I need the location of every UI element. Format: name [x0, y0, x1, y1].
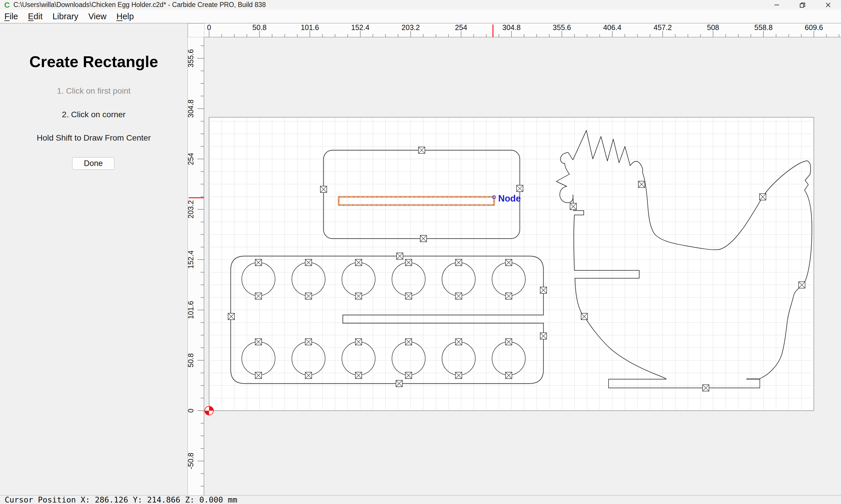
carbide-create-window: { "window": { "title": "C:\\Users\\willa…	[0, 0, 841, 504]
design-canvas[interactable]: Node	[204, 37, 841, 495]
node-marker	[355, 259, 362, 266]
node-marker	[355, 293, 362, 299]
node-marker	[420, 235, 427, 242]
menu-file[interactable]: File	[0, 12, 23, 21]
node-marker	[505, 339, 512, 345]
minimize-button[interactable]	[764, 0, 790, 10]
node-marker	[396, 380, 402, 387]
minimize-icon	[774, 2, 780, 8]
node-marker	[703, 385, 709, 391]
h-ruler-label: 101.6	[301, 23, 319, 32]
v-ruler-label: 203.2	[188, 200, 195, 218]
node-marker	[305, 372, 312, 379]
v-ruler-label: 304.8	[188, 100, 195, 118]
create-rectangle-panel: Create Rectangle 1. Click on first point…	[0, 23, 188, 495]
node-marker	[517, 185, 523, 192]
vertical-ruler: 355.6304.8254203.2152.4101.650.80-50.8	[188, 37, 204, 495]
node-marker	[456, 339, 462, 345]
v-ruler-label: 50.8	[188, 353, 195, 367]
menu-help[interactable]: Help	[111, 12, 139, 21]
close-icon	[825, 2, 831, 8]
node-marker	[397, 253, 403, 259]
h-ruler-label: 406.4	[603, 23, 621, 32]
node-marker	[405, 372, 412, 379]
h-ruler-label: 304.8	[502, 23, 521, 32]
panel-title: Create Rectangle	[0, 53, 187, 71]
node-marker	[305, 259, 312, 266]
status-bar: Cursor Position X: 286.126 Y: 214.866 Z:…	[0, 495, 841, 504]
horizontal-ruler: 050.8101.6152.4203.2254304.8355.6406.445…	[204, 23, 841, 37]
restore-icon	[799, 2, 806, 8]
node-marker	[540, 287, 547, 293]
v-ruler-label: 101.6	[188, 301, 195, 319]
node-marker	[320, 186, 327, 193]
node-marker	[540, 333, 547, 339]
h-ruler-label: 254	[455, 23, 467, 32]
h-ruler-label: 203.2	[401, 23, 420, 32]
v-ruler-label: -50.8	[188, 453, 195, 469]
node-marker	[570, 203, 577, 210]
node-marker	[456, 259, 462, 266]
node-marker	[505, 259, 512, 266]
v-ruler-label: 355.6	[188, 49, 195, 68]
node-marker	[799, 282, 805, 288]
node-marker	[405, 259, 412, 266]
node-marker	[405, 339, 412, 345]
h-ruler-label: 457.2	[654, 23, 672, 32]
node-marker	[305, 293, 312, 299]
h-ruler-label: 508	[707, 23, 719, 32]
node-tooltip: Node	[498, 193, 521, 203]
h-ruler-label: 355.6	[553, 23, 571, 32]
h-ruler-label: 50.8	[252, 23, 267, 32]
v-ruler-label: 152.4	[188, 251, 195, 269]
node-marker	[255, 372, 262, 379]
v-ruler-label: 254	[188, 153, 195, 165]
node-marker	[228, 313, 235, 320]
h-ruler-label: 558.8	[754, 23, 773, 32]
step-2-label: 2. Click on corner	[0, 110, 187, 119]
h-ruler-label: 152.4	[351, 23, 370, 32]
window-controls	[764, 0, 841, 10]
menu-library[interactable]: Library	[48, 12, 84, 21]
node-marker	[581, 313, 587, 320]
title-bar: C C:\Users\willa\Downloads\Chicken Egg H…	[0, 0, 841, 10]
node-marker	[418, 147, 425, 154]
node-marker	[355, 372, 362, 379]
node-marker	[255, 293, 262, 299]
cursor-x-indicator	[493, 24, 494, 37]
node-marker	[505, 293, 512, 299]
node-marker	[759, 194, 766, 200]
step-1-label: 1. Click on first point	[0, 86, 187, 96]
close-button[interactable]	[815, 0, 841, 10]
cursor-y-indicator	[189, 197, 204, 198]
h-ruler-label: 609.6	[805, 23, 823, 32]
menu-bar: File Edit Library View Help	[0, 10, 841, 23]
ruler-corner	[188, 23, 204, 37]
node-marker	[355, 339, 362, 345]
cursor-position-readout: Cursor Position X: 286.126 Y: 214.866 Z:…	[5, 495, 237, 504]
node-marker	[305, 339, 312, 345]
node-marker	[255, 259, 262, 266]
restore-button[interactable]	[790, 0, 815, 10]
done-button[interactable]: Done	[72, 157, 115, 170]
node-marker	[505, 372, 512, 379]
window-title: C:\Users\willa\Downloads\Chicken Egg Hol…	[14, 1, 266, 9]
h-ruler-label: 0	[207, 23, 211, 32]
node-marker	[255, 339, 262, 345]
node-marker	[638, 181, 645, 187]
app-logo-icon: C	[3, 1, 11, 8]
node-marker	[456, 293, 462, 299]
menu-view[interactable]: View	[83, 12, 111, 21]
menu-edit[interactable]: Edit	[23, 12, 48, 21]
node-marker	[456, 372, 462, 379]
node-marker	[405, 293, 412, 299]
v-ruler-label: 0	[188, 409, 195, 413]
shift-hint-label: Hold Shift to Draw From Center	[0, 133, 187, 143]
